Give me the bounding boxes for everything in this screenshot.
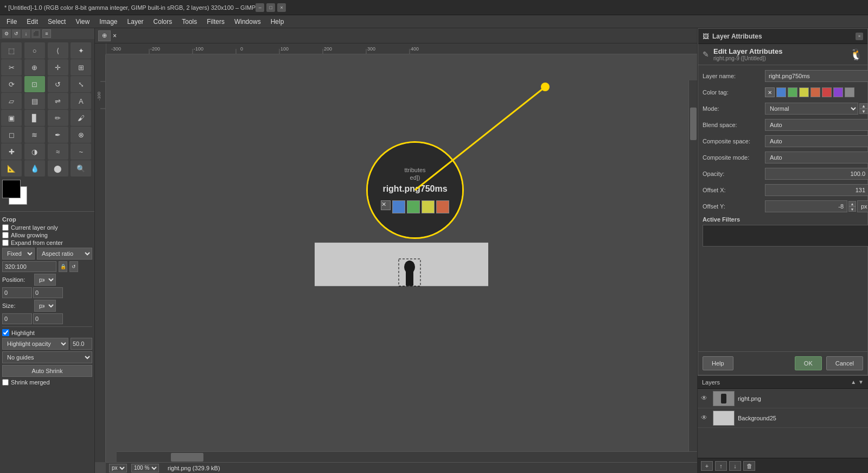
tool-color-picker[interactable]: 💧 [24, 160, 45, 176]
scrollbar-thumb-h[interactable] [171, 453, 203, 462]
scrollbar-thumb-v[interactable] [690, 108, 697, 140]
blend-space-select[interactable]: Auto [765, 119, 868, 131]
tool-clone[interactable]: ⊗ [71, 127, 91, 143]
canvas-scrollbar-vertical[interactable] [688, 80, 697, 451]
size-value-input[interactable] [2, 261, 56, 272]
color-tag-none[interactable]: ✕ [765, 87, 775, 97]
shrink-merged-checkbox[interactable] [2, 379, 9, 386]
tool-free-select[interactable]: ⟨ [48, 42, 68, 59]
tool-zoom[interactable]: 🔍 [71, 160, 91, 176]
layers-scroll-down[interactable]: ▼ [858, 379, 864, 385]
tool-ink[interactable]: ✒ [48, 127, 68, 143]
color-tag-yellow[interactable] [799, 87, 809, 97]
tool-rotate[interactable]: ↺ [48, 76, 68, 92]
position-y-input[interactable] [33, 287, 63, 298]
tool-crop[interactable]: ⊡ [24, 76, 45, 92]
tool-options-icon-3[interactable]: ↓ [22, 29, 30, 38]
mode-up-button[interactable]: ▲ [859, 103, 868, 109]
canvas-close-icon[interactable]: × [113, 32, 117, 40]
size-y-input[interactable] [33, 313, 63, 324]
color-tag-green[interactable] [788, 87, 797, 97]
tool-pencil[interactable]: ✏ [48, 110, 68, 126]
opacity-input[interactable] [765, 168, 868, 180]
tool-text[interactable]: A [71, 93, 91, 109]
menu-help[interactable]: Help [266, 17, 289, 27]
size-x-input[interactable] [2, 313, 32, 324]
color-tag-blue[interactable] [776, 87, 786, 97]
tool-options-icon-1[interactable]: ⚙ [2, 29, 11, 38]
layers-scroll-up[interactable]: ▲ [851, 379, 856, 385]
color-tag-red[interactable] [822, 87, 832, 97]
zoom-unit-select[interactable]: px [109, 464, 127, 472]
size-reset-icon[interactable]: ↺ [69, 261, 78, 272]
canvas-scrollbar-horizontal[interactable] [117, 451, 697, 462]
position-unit-select[interactable]: px [34, 274, 56, 286]
tool-ellipse-select[interactable]: ○ [24, 42, 45, 59]
layer-delete-button[interactable]: 🗑 [743, 461, 755, 471]
tool-shear[interactable]: ▱ [1, 93, 22, 109]
size-unit-select[interactable]: px [34, 300, 56, 312]
tool-bucket-fill[interactable]: ▣ [1, 110, 22, 126]
tool-blur-sharpen[interactable]: ~ [71, 143, 91, 160]
tool-move[interactable]: ✛ [48, 59, 68, 75]
minimize-button[interactable]: – [256, 3, 264, 12]
tool-options-icon-2[interactable]: ↺ [12, 29, 21, 38]
tool-color-balance[interactable]: ⬤ [48, 160, 68, 176]
layer-eye-right-png[interactable]: 👁 [701, 394, 710, 403]
offset-y-input[interactable] [765, 200, 847, 212]
tool-align[interactable]: ⊞ [71, 59, 91, 75]
menu-windows[interactable]: Windows [230, 17, 265, 27]
color-tag-gray[interactable] [845, 87, 854, 97]
canvas-new-view-button[interactable]: ⊕ [98, 30, 111, 41]
tool-dodge-burn[interactable]: ◑ [24, 143, 45, 160]
tool-scale[interactable]: ⤡ [71, 76, 91, 92]
help-button[interactable]: Help [703, 356, 733, 370]
mode-down-button[interactable]: ▼ [859, 109, 868, 114]
tool-heal[interactable]: ✚ [1, 143, 22, 160]
tool-smudge[interactable]: ≈ [48, 143, 68, 160]
layer-add-button[interactable]: + [701, 461, 713, 471]
menu-file[interactable]: File [2, 17, 21, 27]
size-lock-icon[interactable]: 🔒 [59, 261, 67, 272]
highlight-opacity-select[interactable]: Highlight opacity [2, 338, 68, 350]
foreground-color-swatch[interactable] [2, 180, 21, 198]
tool-transform[interactable]: ⟳ [1, 76, 22, 92]
composite-space-select[interactable]: Auto [765, 135, 868, 147]
menu-view[interactable]: View [71, 17, 94, 27]
dialog-close-button[interactable]: × [856, 33, 863, 40]
color-tag-orange[interactable] [810, 87, 820, 97]
menu-edit[interactable]: Edit [22, 17, 42, 27]
tool-scissors[interactable]: ✂ [1, 59, 22, 75]
offset-y-down-button[interactable]: ▼ [848, 206, 856, 212]
layer-name-input[interactable] [765, 70, 868, 82]
tool-paintbrush[interactable]: 🖌 [71, 110, 91, 126]
guides-select[interactable]: No guides [2, 351, 92, 363]
position-x-input[interactable] [2, 287, 32, 298]
color-tag-violet[interactable] [833, 87, 843, 97]
zoom-level-select[interactable]: 100 % 50 % 200 % [131, 464, 159, 472]
tool-options-icon-4[interactable]: ⬛ [31, 29, 40, 38]
aspect-ratio-select[interactable]: Aspect ratio [37, 248, 92, 260]
fixed-select[interactable]: Fixed [2, 248, 35, 260]
tool-airbrush[interactable]: ≋ [24, 127, 45, 143]
canvas-content[interactable]: ttributes ed]) right.png750ms ✕ [106, 54, 697, 462]
expand-from-center-checkbox[interactable] [2, 239, 9, 246]
offset-unit-select[interactable]: px [857, 200, 868, 212]
menu-tools[interactable]: Tools [177, 17, 201, 27]
layer-eye-background[interactable]: 👁 [701, 414, 710, 422]
layer-down-button[interactable]: ↓ [729, 461, 741, 471]
highlight-checkbox[interactable] [2, 329, 9, 336]
offset-x-input[interactable] [765, 184, 868, 196]
current-layer-only-checkbox[interactable] [2, 224, 9, 231]
maximize-button[interactable]: □ [266, 3, 275, 12]
menu-colors[interactable]: Colors [149, 17, 177, 27]
tool-flip[interactable]: ⇌ [48, 93, 68, 109]
highlight-opacity-input[interactable] [71, 338, 92, 350]
tool-fg-select[interactable]: ⊕ [24, 59, 45, 75]
layer-item-right-png[interactable]: 👁 right.png [698, 389, 868, 408]
cancel-button[interactable]: Cancel [826, 356, 863, 370]
composite-mode-select[interactable]: Auto [765, 152, 868, 163]
tool-perspective[interactable]: ▤ [24, 93, 45, 109]
offset-y-up-button[interactable]: ▲ [848, 201, 856, 206]
tool-measure[interactable]: 📐 [1, 160, 22, 176]
